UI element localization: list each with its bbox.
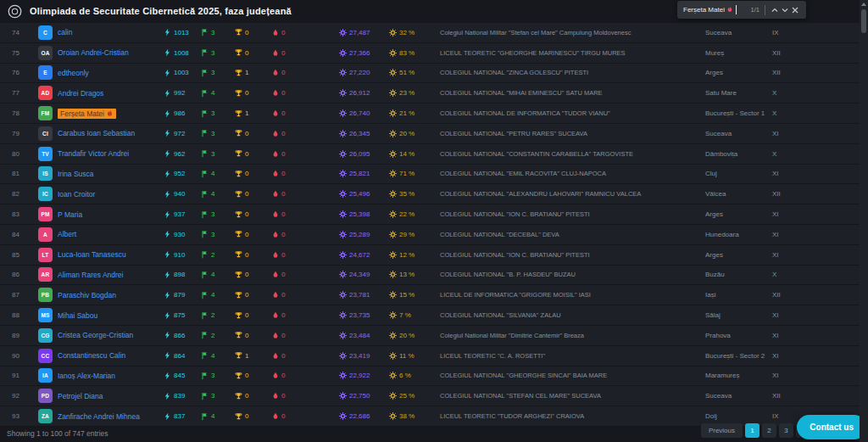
points-cell: 839 [161,392,198,400]
grade-cell: XII [770,190,860,198]
rank-cell: 91 [0,372,34,379]
player-name-link[interactable]: Aliman Rares Andrei [58,271,123,279]
table-row: 74 C calin 1013 3 0 0 27,487 [0,23,860,43]
scrollbar-thumb[interactable] [861,9,866,33]
accuracy-cell: 14 % [388,150,440,158]
county-cell: București - Sector 1 [705,109,770,117]
county-cell: Maramureș [705,372,770,379]
avatar: AD [38,86,53,100]
first-bloods-cell: 0 [270,271,307,278]
player-cell: CG Cristea George-Cristian [34,328,161,343]
first-bloods-cell: 0 [270,392,307,400]
accuracy-cell: 11 % [388,352,440,360]
player-cell: PD Petrojel Diana [34,389,161,403]
avatar: IC [38,187,53,201]
trophy-icon [235,129,242,137]
gear-score-icon [339,231,347,238]
player-name-link[interactable]: Ioan Croitor [58,190,95,199]
trophies-cell: 0 [232,250,270,259]
rank-cell: 83 [0,210,34,218]
school-cell: COLEGIUL NATIONAL "STEFAN CEL MARE" SUCE… [440,392,705,400]
player-name-link[interactable]: P Maria [58,210,82,219]
grade-cell: XI [770,332,860,339]
trophies-cell: 0 [232,210,270,219]
points-cell: 937 [161,210,198,219]
county-cell: Cluj [705,170,770,177]
avatar: AR [38,267,53,282]
flag-icon [201,190,209,199]
points-cell: 1003 [161,69,198,77]
player-name-link[interactable]: Petrojel Diana [58,392,103,400]
lightning-icon [164,230,171,238]
school-cell: COLEGIUL NATIONAL "ALEXANDRU LAHOVARI" R… [440,190,705,198]
trophy-icon [235,250,242,259]
trophies-cell: 0 [232,28,270,36]
scroll-up-arrow-icon[interactable] [861,3,866,6]
player-name-link[interactable]: Oroian Andrei-Cristian [58,48,129,57]
find-next-button[interactable] [780,4,790,16]
page-button-1[interactable]: 1 [745,423,760,438]
grade-cell: XI [770,231,860,238]
player-name-link[interactable]: Ferșeta Matei [58,109,116,119]
avatar: TV [38,147,53,161]
fire-icon [726,6,733,14]
accuracy-cell: 71 % [388,170,440,177]
player-name-link[interactable]: Mihai Sabou [58,311,97,320]
app-logo-icon [8,4,22,19]
player-name-link[interactable]: Constantinescu Calin [58,351,125,360]
flag-icon [201,109,209,118]
player-name-link[interactable]: Luca-Ioan Tanasescu [58,250,126,259]
page-button-3[interactable]: 3 [779,423,793,438]
rank-cell: 81 [0,170,34,177]
player-name-link[interactable]: Albert [58,230,76,238]
school-cell: COLEGIUL NATIONAL "GHEORGHE SINCAI" BAIA… [440,372,705,379]
player-name-link[interactable]: Cristea George-Cristian [58,331,133,339]
previous-page-button[interactable]: Previous [701,423,743,438]
player-name-link[interactable]: Irina Susca [58,170,94,178]
avatar: CC [38,349,53,363]
trophies-cell: 0 [232,412,270,421]
player-cell: IC Ioan Croitor [34,187,161,201]
contact-us-button[interactable]: Contact us [797,415,866,439]
grade-cell: XII [770,69,860,76]
player-cell: AD Andrei Dragos [34,86,161,100]
vertical-scrollbar[interactable] [860,0,868,442]
blood-drop-icon [272,352,279,360]
avatar: IS [38,166,53,181]
table-row: 79 CI Carabus Ioan Sebastian 972 3 0 0 2… [0,124,860,144]
player-name-link[interactable]: calin [58,28,72,36]
find-previous-button[interactable] [770,4,780,16]
blood-drop-icon [272,190,279,198]
score-cell: 26,095 [307,150,388,158]
avatar: PD [38,389,53,403]
school-cell: COLEGIUL NATIONAL "DECEBAL" DEVA [440,231,705,238]
find-close-button[interactable] [790,4,800,16]
gear-score-icon [339,109,347,117]
rank-cell: 84 [0,231,34,238]
player-name-link[interactable]: Paraschiv Bogdan [58,291,116,299]
trophies-cell: 0 [232,372,270,380]
score-cell: 23,735 [307,311,388,319]
accuracy-cell: 20 % [388,332,440,339]
table-row: 75 OA Oroian Andrei-Cristian 1008 3 0 0 … [0,43,860,64]
find-query-input[interactable]: Ferșeta Matei [683,5,737,14]
lightning-icon [164,331,171,339]
player-name-link[interactable]: Andrei Dragos [58,89,103,98]
gear-score-icon [339,412,347,420]
score-cell: 27,366 [307,49,388,57]
rank-cell: 89 [0,332,34,339]
player-name-link[interactable]: Trandafir Victor Andrei [58,149,129,158]
points-cell: 986 [161,109,198,118]
player-name-link[interactable]: Carabus Ioan Sebastian [58,129,135,137]
flag-icon [201,129,209,137]
player-name-link[interactable]: Zanfirache Andrei Mihnea [58,412,140,421]
gear-score-icon [339,69,347,76]
lightning-icon [164,48,171,57]
first-bloods-cell: 0 [270,150,307,158]
player-name-link[interactable]: Ianoș Alex-Marian [58,372,115,380]
trophies-cell: 0 [232,149,270,158]
county-cell: Hunedoara [705,231,770,238]
player-name-link[interactable]: edtheonly [58,69,89,77]
page-button-2[interactable]: 2 [762,423,776,438]
first-bloods-cell: 0 [270,231,307,238]
